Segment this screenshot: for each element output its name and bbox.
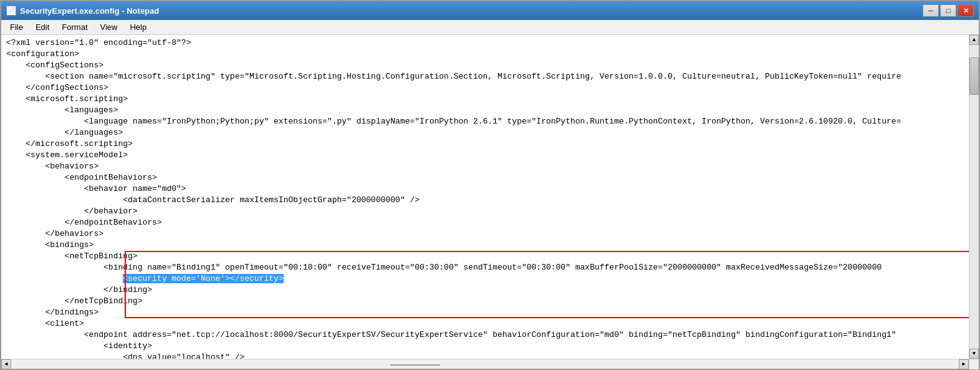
- menu-bar: File Edit Format View Help: [1, 20, 979, 35]
- code-line: <bindings>: [6, 240, 964, 251]
- code-line: <language names="IronPython;Python;py" e…: [6, 116, 964, 127]
- code-line: <microsoft.scripting>: [6, 94, 964, 105]
- code-line: <identity>: [6, 341, 964, 352]
- selected-text: <security mode='None'></security>: [123, 274, 283, 283]
- code-line: </languages>: [6, 127, 964, 139]
- editor-container: <?xml version="1.0" encoding="utf-8"?><c…: [1, 35, 979, 359]
- code-line: <configSections>: [6, 60, 964, 71]
- scroll-down-button[interactable]: ▼: [969, 349, 979, 359]
- title-bar: 📄 SecurityExpert.exe.config - Notepad ─ …: [1, 1, 979, 20]
- minimize-button[interactable]: ─: [923, 4, 939, 17]
- menu-file[interactable]: File: [4, 21, 29, 33]
- code-line: </bindings>: [6, 307, 964, 318]
- code-line: <dns value="localhost" />: [6, 352, 964, 359]
- code-line: </binding>: [6, 285, 964, 296]
- code-line: <netTcpBinding>: [6, 251, 964, 262]
- code-line: <?xml version="1.0" encoding="utf-8"?>: [6, 37, 964, 49]
- code-line: </configSections>: [6, 82, 964, 94]
- scroll-left-button[interactable]: ◄: [1, 359, 11, 369]
- code-line: </microsoft.scripting>: [6, 139, 964, 150]
- menu-edit[interactable]: Edit: [29, 21, 55, 33]
- main-window: 📄 SecurityExpert.exe.config - Notepad ─ …: [0, 0, 980, 370]
- code-line: <endpoint address="net.tcp://localhost:8…: [6, 329, 964, 341]
- code-line: <endpointBehaviors>: [6, 172, 964, 183]
- app-icon: 📄: [6, 6, 16, 16]
- menu-view[interactable]: View: [94, 21, 124, 33]
- code-line: <behavior name="md0">: [6, 183, 964, 195]
- close-button[interactable]: ✕: [958, 4, 974, 17]
- code-line: </behaviors>: [6, 228, 964, 240]
- title-bar-left: 📄 SecurityExpert.exe.config - Notepad: [6, 6, 159, 16]
- menu-help[interactable]: Help: [123, 21, 153, 33]
- code-line: </behavior>: [6, 206, 964, 217]
- code-area[interactable]: <?xml version="1.0" encoding="utf-8"?><c…: [1, 37, 969, 359]
- code-line: <section name="microsoft.scripting" type…: [6, 71, 964, 82]
- scroll-up-button[interactable]: ▲: [969, 35, 979, 45]
- code-line: <system.serviceModel>: [6, 150, 964, 161]
- code-line: <dataContractSerializer maxItemsInObject…: [6, 195, 964, 206]
- code-line: </netTcpBinding>: [6, 296, 964, 307]
- hscroll-thumb[interactable]: [390, 364, 440, 366]
- code-line: <security mode='None'></security>: [6, 273, 964, 285]
- window-controls: ─ □ ✕: [923, 4, 974, 17]
- menu-format[interactable]: Format: [55, 21, 94, 33]
- horizontal-scrollbar[interactable]: ◄ ►: [1, 359, 969, 369]
- scroll-track[interactable]: [969, 45, 979, 349]
- window-title: SecurityExpert.exe.config - Notepad: [20, 6, 159, 16]
- scroll-right-button[interactable]: ►: [959, 359, 969, 369]
- code-line: <behaviors>: [6, 161, 964, 172]
- code-line: <languages>: [6, 105, 964, 116]
- code-line: </endpointBehaviors>: [6, 217, 964, 228]
- code-line: <configuration>: [6, 49, 964, 60]
- code-line: <binding name="Binding1" openTimeout="00…: [6, 262, 964, 273]
- scrollbar-corner: [969, 359, 979, 369]
- maximize-button[interactable]: □: [940, 4, 956, 17]
- code-line: <client>: [6, 318, 964, 329]
- editor-content[interactable]: <?xml version="1.0" encoding="utf-8"?><c…: [1, 35, 969, 359]
- horizontal-scrollbar-container: ◄ ►: [1, 359, 979, 369]
- vertical-scrollbar[interactable]: ▲ ▼: [969, 35, 979, 359]
- scroll-thumb[interactable]: [969, 57, 979, 95]
